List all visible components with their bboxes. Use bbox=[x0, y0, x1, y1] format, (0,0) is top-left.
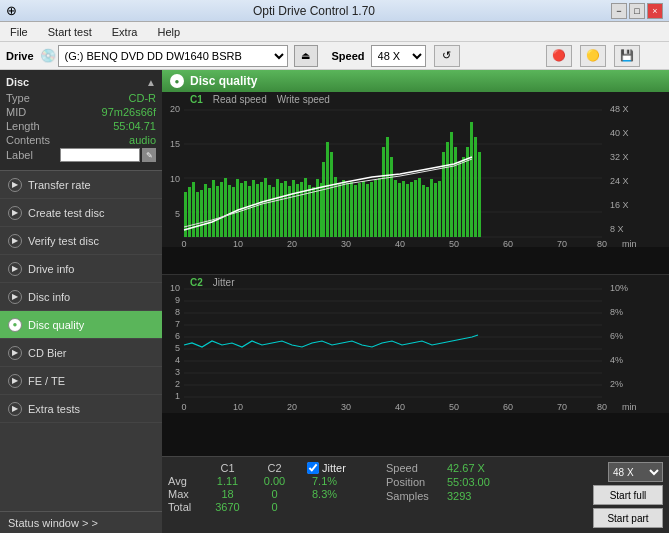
maximize-button[interactable]: □ bbox=[629, 3, 645, 19]
start-part-button[interactable]: Start part bbox=[593, 508, 663, 528]
svg-text:5: 5 bbox=[175, 209, 180, 219]
svg-rect-29 bbox=[220, 182, 223, 237]
svg-rect-44 bbox=[346, 183, 349, 237]
menu-help[interactable]: Help bbox=[151, 24, 186, 40]
svg-text:6%: 6% bbox=[610, 331, 623, 341]
svg-rect-37 bbox=[252, 180, 255, 237]
samples-label: Samples bbox=[386, 490, 441, 502]
label-input[interactable] bbox=[60, 148, 140, 162]
sidebar-item-extra-tests[interactable]: ▶ Extra tests bbox=[0, 395, 162, 423]
svg-text:10: 10 bbox=[233, 402, 243, 412]
svg-rect-59 bbox=[312, 187, 315, 237]
button2[interactable]: 🔴 bbox=[546, 45, 572, 67]
total-c2: 0 bbox=[252, 501, 297, 513]
disc-info-icon: ▶ bbox=[8, 290, 22, 304]
sidebar-item-fe-te[interactable]: ▶ FE / TE bbox=[0, 367, 162, 395]
svg-text:20: 20 bbox=[287, 239, 297, 247]
cd-bier-icon: ▶ bbox=[8, 346, 22, 360]
svg-rect-93 bbox=[474, 137, 477, 237]
svg-rect-25 bbox=[204, 184, 207, 237]
type-key: Type bbox=[6, 92, 30, 104]
sidebar-item-transfer-rate[interactable]: ▶ Transfer rate bbox=[0, 171, 162, 199]
svg-text:70: 70 bbox=[557, 402, 567, 412]
speed-select[interactable]: 48 X bbox=[371, 45, 426, 67]
drive-select[interactable]: (G:) BENQ DVD DD DW1640 BSRB bbox=[58, 45, 288, 67]
svg-rect-23 bbox=[196, 192, 199, 237]
svg-text:60: 60 bbox=[503, 239, 513, 247]
sidebar-label-disc-info: Disc info bbox=[28, 291, 70, 303]
sidebar-label-extra-tests: Extra tests bbox=[28, 403, 80, 415]
svg-text:6: 6 bbox=[175, 331, 180, 341]
svg-text:30: 30 bbox=[341, 239, 351, 247]
svg-rect-79 bbox=[418, 178, 421, 237]
disc-panel-title: Disc bbox=[6, 76, 29, 88]
svg-text:8 X: 8 X bbox=[610, 224, 624, 234]
drive-info-icon: ▶ bbox=[8, 262, 22, 276]
status-window-button[interactable]: Status window > > bbox=[0, 511, 162, 533]
svg-text:10: 10 bbox=[233, 239, 243, 247]
sidebar-item-disc-info[interactable]: ▶ Disc info bbox=[0, 283, 162, 311]
svg-text:60: 60 bbox=[503, 402, 513, 412]
svg-text:8: 8 bbox=[175, 307, 180, 317]
button3[interactable]: 🟡 bbox=[580, 45, 606, 67]
quality-icon: ● bbox=[170, 74, 184, 88]
close-button[interactable]: × bbox=[647, 3, 663, 19]
save-button[interactable]: 💾 bbox=[614, 45, 640, 67]
svg-rect-78 bbox=[414, 180, 417, 237]
svg-text:20: 20 bbox=[287, 402, 297, 412]
svg-text:50: 50 bbox=[449, 239, 459, 247]
sidebar-item-verify-test-disc[interactable]: ▶ Verify test disc bbox=[0, 227, 162, 255]
sidebar-item-disc-quality[interactable]: ● Disc quality bbox=[0, 311, 162, 339]
disc-panel-arrow[interactable]: ▲ bbox=[146, 77, 156, 88]
sidebar-item-drive-info[interactable]: ▶ Drive info bbox=[0, 255, 162, 283]
svg-rect-33 bbox=[236, 179, 239, 237]
svg-text:4: 4 bbox=[175, 355, 180, 365]
svg-rect-88 bbox=[454, 147, 457, 237]
svg-text:16 X: 16 X bbox=[610, 200, 629, 210]
svg-text:0: 0 bbox=[181, 402, 186, 412]
stats-speed-select[interactable]: 48 X bbox=[608, 462, 663, 482]
svg-text:80: 80 bbox=[597, 239, 607, 247]
legend-c1: C1 bbox=[190, 94, 203, 105]
jitter-label: Jitter bbox=[322, 462, 346, 474]
svg-rect-69 bbox=[378, 178, 381, 237]
sidebar-label-drive-info: Drive info bbox=[28, 263, 74, 275]
svg-text:20: 20 bbox=[170, 104, 180, 114]
menu-extra[interactable]: Extra bbox=[106, 24, 144, 40]
start-full-button[interactable]: Start full bbox=[593, 485, 663, 505]
menu-file[interactable]: File bbox=[4, 24, 34, 40]
svg-text:10: 10 bbox=[170, 174, 180, 184]
svg-rect-24 bbox=[200, 190, 203, 237]
svg-rect-81 bbox=[426, 187, 429, 237]
svg-rect-62 bbox=[350, 182, 353, 237]
svg-rect-82 bbox=[430, 179, 433, 237]
length-val: 55:04.71 bbox=[113, 120, 156, 132]
avg-jitter: 7.1% bbox=[307, 475, 342, 487]
max-label: Max bbox=[168, 488, 203, 500]
svg-text:min: min bbox=[622, 239, 637, 247]
eject-button[interactable]: ⏏ bbox=[294, 45, 318, 67]
jitter-checkbox[interactable] bbox=[307, 462, 319, 474]
svg-rect-68 bbox=[374, 180, 377, 237]
minimize-button[interactable]: − bbox=[611, 3, 627, 19]
label-apply-button[interactable]: ✎ bbox=[142, 148, 156, 162]
speed-label: Speed bbox=[332, 50, 365, 62]
svg-text:48 X: 48 X bbox=[610, 104, 629, 114]
svg-rect-47 bbox=[264, 178, 267, 237]
svg-rect-40 bbox=[330, 152, 333, 237]
svg-rect-84 bbox=[438, 181, 441, 237]
menu-start-test[interactable]: Start test bbox=[42, 24, 98, 40]
total-label: Total bbox=[168, 501, 203, 513]
svg-text:30: 30 bbox=[341, 402, 351, 412]
chart1-container: C1 Read speed Write speed 20 15 10 5 bbox=[162, 92, 669, 274]
mid-key: MID bbox=[6, 106, 26, 118]
sidebar-item-cd-bier[interactable]: ▶ CD Bier bbox=[0, 339, 162, 367]
sidebar-item-create-test-disc[interactable]: ▶ Create test disc bbox=[0, 199, 162, 227]
svg-rect-101 bbox=[162, 275, 669, 413]
speed-stat-val: 42.67 X bbox=[447, 462, 485, 474]
refresh-button[interactable]: ↺ bbox=[434, 45, 460, 67]
svg-rect-65 bbox=[362, 181, 365, 237]
svg-text:5: 5 bbox=[175, 343, 180, 353]
titlebar: ⊕ Opti Drive Control 1.70 − □ × bbox=[0, 0, 669, 22]
chart1-svg: 20 15 10 5 0 10 20 30 40 50 bbox=[162, 92, 669, 247]
